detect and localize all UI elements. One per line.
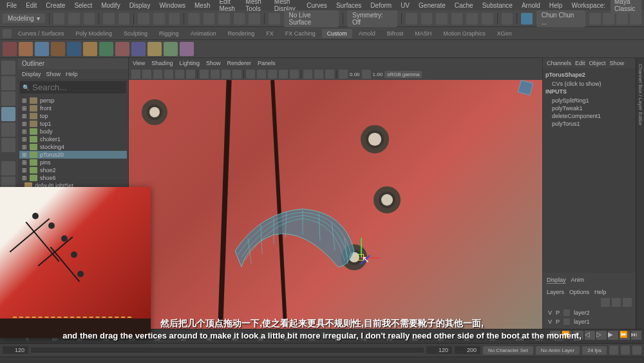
input-tweak[interactable]: polyTweak1 [545, 104, 633, 112]
scale-tool[interactable] [1, 138, 15, 152]
snap-point-icon[interactable] [218, 13, 230, 25]
menu-display[interactable]: Display [126, 1, 155, 10]
shelf-icon-5[interactable] [67, 42, 81, 56]
move-tool[interactable] [1, 107, 15, 121]
outliner-search[interactable]: 🔍 [20, 81, 126, 93]
layout-icon-4[interactable] [630, 13, 641, 25]
layout-icon-1[interactable] [589, 13, 601, 25]
shelf-icon-3[interactable] [35, 42, 49, 56]
new-scene-icon[interactable] [53, 13, 65, 25]
snap-curve-icon[interactable] [204, 13, 215, 25]
vp-shaded-icon[interactable] [257, 70, 266, 79]
cb-channels[interactable]: Channels [547, 60, 571, 66]
vp-view[interactable]: View [133, 60, 145, 66]
vp-lighting[interactable]: Lighting [179, 60, 200, 66]
xgen-icon[interactable] [502, 13, 513, 25]
view-cube[interactable] [519, 81, 538, 101]
cb-edit[interactable]: Edit [575, 60, 585, 66]
open-scene-icon[interactable] [68, 13, 80, 25]
shape-name[interactable]: pTorusShape2 [545, 71, 633, 79]
user-icon[interactable] [521, 13, 533, 25]
outliner-help[interactable]: Help [66, 71, 78, 77]
menu-cache[interactable]: Cache [451, 1, 477, 10]
vp-image-plane-icon[interactable] [164, 70, 173, 79]
vp-lock-camera-icon[interactable] [142, 70, 151, 79]
shelf-tab-motion[interactable]: Motion Graphics [438, 29, 491, 38]
shelf-tab-fxcache[interactable]: FX Caching [280, 29, 321, 38]
outliner-show[interactable]: Show [46, 71, 61, 77]
undo-icon[interactable] [103, 13, 115, 25]
cb-show[interactable]: Show [610, 60, 625, 66]
menu-editmesh[interactable]: Edit Mesh [215, 0, 240, 14]
menu-modify[interactable]: Modify [97, 1, 124, 10]
vp-grid-icon[interactable] [200, 70, 209, 79]
outliner-item-shoe2[interactable]: ⊞shoe2 [19, 166, 127, 174]
menu-select[interactable]: Select [70, 1, 96, 10]
range-end-field[interactable]: 200 [455, 346, 480, 354]
outliner-item-ptorus[interactable]: ⊞pTorus20 [19, 151, 127, 159]
lasso-tool[interactable] [1, 76, 15, 90]
shelf-icon-10[interactable] [147, 42, 162, 56]
layer-new-icon[interactable] [601, 298, 610, 307]
play-next-key-icon[interactable]: ⏩ [620, 331, 630, 340]
construction-history-icon[interactable] [406, 13, 417, 25]
shelf-tab-sculpt[interactable]: Sculpting [118, 29, 153, 38]
play-forward-icon[interactable]: ▷ [596, 331, 607, 340]
search-input[interactable] [32, 83, 124, 92]
move-gizmo[interactable] [341, 238, 380, 277]
vp-isolate-icon[interactable] [303, 70, 312, 79]
snap-grid-icon[interactable] [188, 13, 200, 25]
live-surface-dropdown[interactable]: No Live Surface [284, 10, 339, 27]
vp-panels[interactable]: Panels [258, 60, 276, 66]
vp-textured-icon[interactable] [268, 70, 277, 79]
menu-create[interactable]: Create [42, 1, 69, 10]
menu-meshtools[interactable]: Mesh Tools [242, 0, 269, 14]
charset-dropdown[interactable]: No Character Set [483, 346, 533, 355]
shelf-tab-curves[interactable]: Curves / Surfaces [13, 29, 70, 38]
vp-xray-icon[interactable] [314, 70, 323, 79]
vp-2d-pan-icon[interactable] [175, 70, 184, 79]
shelf-icon-11[interactable] [164, 42, 178, 56]
prefs-icon[interactable] [632, 346, 641, 355]
menu-edit[interactable]: Edit [22, 1, 41, 10]
menu-mesh[interactable]: Mesh [191, 1, 214, 10]
outliner-item-stocking[interactable]: ⊞stocking4 [19, 143, 127, 151]
range-slider[interactable] [31, 348, 424, 353]
vp-select-camera-icon[interactable] [131, 70, 140, 79]
setkey-icon[interactable] [621, 346, 630, 355]
vp-film-gate-icon[interactable] [211, 70, 220, 79]
menu-substance[interactable]: Substance [478, 1, 516, 10]
vp-xray-joints-icon[interactable] [325, 70, 334, 79]
play-reverse-icon[interactable]: ◁ [585, 331, 595, 340]
outliner-item-pins[interactable]: ⊞pins [19, 159, 127, 166]
tab-anim[interactable]: Anim [571, 277, 585, 284]
options-menu[interactable]: Options [569, 289, 589, 295]
shelf-tab-render[interactable]: Rendering [223, 29, 260, 38]
vp-bookmark-icon[interactable] [153, 70, 162, 79]
menu-windows[interactable]: Windows [155, 1, 189, 10]
input-splitring[interactable]: polySplitRing1 [545, 97, 633, 104]
mode-dropdown[interactable]: Modeling ▾ [3, 14, 45, 23]
paint-tool[interactable] [1, 92, 15, 106]
vp-exposure-icon[interactable] [339, 70, 348, 79]
animlayer-dropdown[interactable]: No Anim Layer [536, 346, 580, 355]
outliner-item-choker[interactable]: ⊞choker1 [19, 135, 127, 143]
layer-up-icon[interactable] [612, 298, 621, 307]
layout-icon-2[interactable] [603, 13, 614, 25]
autokey-icon[interactable] [609, 346, 618, 355]
redo-icon[interactable] [118, 13, 130, 25]
menu-uv[interactable]: UV [397, 1, 413, 10]
shelf-tab-custom[interactable]: Custom [322, 29, 352, 38]
vp-shadows-icon[interactable] [290, 70, 299, 79]
render-view-icon[interactable] [466, 13, 478, 25]
shelf-icon-9[interactable] [131, 42, 146, 56]
play-end-icon[interactable]: ⏭ [631, 331, 641, 340]
outliner-item-front[interactable]: ⊞front [19, 104, 127, 112]
current-frame-field[interactable]: 120 [426, 346, 452, 354]
save-scene-icon[interactable] [84, 13, 95, 25]
lasso-icon[interactable] [153, 13, 165, 25]
outliner-item-body[interactable]: ⊞body [19, 128, 127, 135]
vp-grease-pencil-icon[interactable] [186, 70, 195, 79]
layers-menu[interactable]: Layers [547, 289, 564, 295]
play-next-frame-icon[interactable]: ▶ [608, 331, 618, 340]
